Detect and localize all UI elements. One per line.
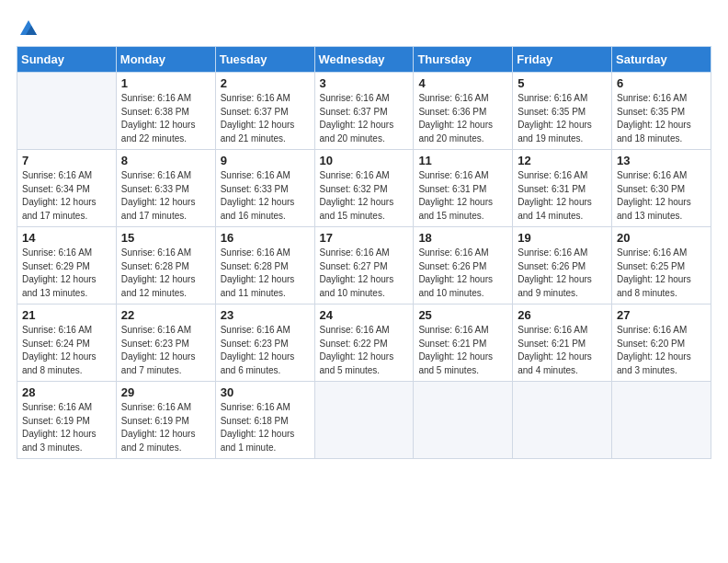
header-cell-monday: Monday [116, 47, 215, 73]
day-cell [513, 382, 612, 459]
day-number: 29 [121, 385, 210, 399]
header-cell-tuesday: Tuesday [215, 47, 314, 73]
day-number: 15 [121, 231, 210, 245]
day-number: 9 [221, 154, 310, 167]
day-cell: 8Sunrise: 6:16 AMSunset: 6:33 PMDaylight… [116, 150, 215, 227]
day-cell: 20Sunrise: 6:16 AMSunset: 6:25 PMDayligh… [612, 227, 711, 304]
week-row-0: 1Sunrise: 6:16 AMSunset: 6:38 PMDaylight… [17, 73, 711, 150]
day-cell: 26Sunrise: 6:16 AMSunset: 6:21 PMDayligh… [513, 304, 612, 382]
day-info: Sunrise: 6:16 AMSunset: 6:36 PMDaylight:… [418, 92, 507, 145]
day-cell [314, 382, 414, 459]
day-info: Sunrise: 6:16 AMSunset: 6:35 PMDaylight:… [518, 92, 607, 145]
day-info: Sunrise: 6:16 AMSunset: 6:33 PMDaylight:… [221, 169, 310, 223]
day-cell: 25Sunrise: 6:16 AMSunset: 6:21 PMDayligh… [414, 304, 513, 382]
day-number: 13 [617, 154, 706, 167]
day-number: 6 [617, 76, 706, 90]
logo-icon [18, 18, 39, 39]
day-number: 25 [418, 308, 507, 322]
day-number: 27 [617, 308, 706, 322]
day-cell: 27Sunrise: 6:16 AMSunset: 6:20 PMDayligh… [612, 304, 711, 382]
day-number: 22 [121, 308, 210, 322]
day-number: 11 [418, 154, 507, 167]
day-info: Sunrise: 6:16 AMSunset: 6:23 PMDaylight:… [121, 324, 210, 377]
day-cell: 21Sunrise: 6:16 AMSunset: 6:24 PMDayligh… [17, 304, 117, 382]
day-info: Sunrise: 6:16 AMSunset: 6:20 PMDaylight:… [617, 324, 706, 377]
header-cell-friday: Friday [513, 47, 612, 73]
day-info: Sunrise: 6:16 AMSunset: 6:29 PMDaylight:… [22, 247, 111, 300]
calendar-table: SundayMondayTuesdayWednesdayThursdayFrid… [17, 46, 711, 459]
day-number: 4 [418, 76, 507, 90]
header-cell-thursday: Thursday [414, 47, 513, 73]
day-cell: 22Sunrise: 6:16 AMSunset: 6:23 PMDayligh… [116, 304, 215, 382]
day-number: 17 [320, 231, 409, 245]
day-number: 21 [22, 308, 111, 322]
day-cell: 11Sunrise: 6:16 AMSunset: 6:31 PMDayligh… [414, 150, 513, 227]
day-cell: 5Sunrise: 6:16 AMSunset: 6:35 PMDaylight… [513, 73, 612, 150]
day-number: 12 [518, 154, 607, 167]
day-number: 23 [221, 308, 310, 322]
day-cell: 28Sunrise: 6:16 AMSunset: 6:19 PMDayligh… [17, 382, 117, 459]
day-number: 10 [320, 154, 409, 167]
day-cell: 12Sunrise: 6:16 AMSunset: 6:31 PMDayligh… [513, 150, 612, 227]
day-number: 24 [320, 308, 409, 322]
day-info: Sunrise: 6:16 AMSunset: 6:21 PMDaylight:… [518, 324, 607, 377]
header-row: SundayMondayTuesdayWednesdayThursdayFrid… [17, 47, 711, 73]
week-row-1: 7Sunrise: 6:16 AMSunset: 6:34 PMDaylight… [17, 150, 711, 227]
day-info: Sunrise: 6:16 AMSunset: 6:23 PMDaylight:… [221, 324, 310, 377]
day-info: Sunrise: 6:16 AMSunset: 6:27 PMDaylight:… [320, 247, 409, 300]
week-row-2: 14Sunrise: 6:16 AMSunset: 6:29 PMDayligh… [17, 227, 711, 304]
day-cell: 15Sunrise: 6:16 AMSunset: 6:28 PMDayligh… [116, 227, 215, 304]
day-info: Sunrise: 6:16 AMSunset: 6:18 PMDaylight:… [221, 401, 310, 454]
week-row-3: 21Sunrise: 6:16 AMSunset: 6:24 PMDayligh… [17, 304, 711, 382]
day-number: 19 [518, 231, 607, 245]
day-cell: 2Sunrise: 6:16 AMSunset: 6:37 PMDaylight… [215, 73, 314, 150]
day-cell: 17Sunrise: 6:16 AMSunset: 6:27 PMDayligh… [314, 227, 414, 304]
day-info: Sunrise: 6:16 AMSunset: 6:26 PMDaylight:… [518, 247, 607, 300]
header-cell-wednesday: Wednesday [314, 47, 414, 73]
day-number: 7 [22, 154, 111, 167]
day-cell: 29Sunrise: 6:16 AMSunset: 6:19 PMDayligh… [116, 382, 215, 459]
day-info: Sunrise: 6:16 AMSunset: 6:28 PMDaylight:… [121, 247, 210, 300]
day-info: Sunrise: 6:16 AMSunset: 6:38 PMDaylight:… [121, 92, 210, 145]
day-info: Sunrise: 6:16 AMSunset: 6:37 PMDaylight:… [221, 92, 310, 145]
day-cell: 13Sunrise: 6:16 AMSunset: 6:30 PMDayligh… [612, 150, 711, 227]
day-info: Sunrise: 6:16 AMSunset: 6:26 PMDaylight:… [418, 247, 507, 300]
page: SundayMondayTuesdayWednesdayThursdayFrid… [0, 0, 728, 563]
day-info: Sunrise: 6:16 AMSunset: 6:32 PMDaylight:… [320, 169, 409, 223]
day-number: 8 [121, 154, 210, 167]
day-number: 2 [221, 76, 310, 90]
day-cell: 10Sunrise: 6:16 AMSunset: 6:32 PMDayligh… [314, 150, 414, 227]
day-cell: 4Sunrise: 6:16 AMSunset: 6:36 PMDaylight… [414, 73, 513, 150]
day-number: 18 [418, 231, 507, 245]
day-info: Sunrise: 6:16 AMSunset: 6:30 PMDaylight:… [617, 169, 706, 223]
day-number: 20 [617, 231, 706, 245]
day-cell: 23Sunrise: 6:16 AMSunset: 6:23 PMDayligh… [215, 304, 314, 382]
week-row-4: 28Sunrise: 6:16 AMSunset: 6:19 PMDayligh… [17, 382, 711, 459]
day-number: 30 [221, 385, 310, 399]
day-cell [612, 382, 711, 459]
day-cell: 6Sunrise: 6:16 AMSunset: 6:35 PMDaylight… [612, 73, 711, 150]
header [17, 17, 711, 35]
day-info: Sunrise: 6:16 AMSunset: 6:31 PMDaylight:… [418, 169, 507, 223]
day-number: 5 [518, 76, 607, 90]
day-cell: 7Sunrise: 6:16 AMSunset: 6:34 PMDaylight… [17, 150, 117, 227]
day-info: Sunrise: 6:16 AMSunset: 6:34 PMDaylight:… [22, 169, 111, 223]
day-info: Sunrise: 6:16 AMSunset: 6:24 PMDaylight:… [22, 324, 111, 377]
day-info: Sunrise: 6:16 AMSunset: 6:31 PMDaylight:… [518, 169, 607, 223]
day-info: Sunrise: 6:16 AMSunset: 6:19 PMDaylight:… [22, 401, 111, 454]
day-info: Sunrise: 6:16 AMSunset: 6:21 PMDaylight:… [418, 324, 507, 377]
logo [17, 17, 39, 35]
day-info: Sunrise: 6:16 AMSunset: 6:25 PMDaylight:… [617, 247, 706, 300]
day-info: Sunrise: 6:16 AMSunset: 6:28 PMDaylight:… [221, 247, 310, 300]
day-cell [17, 73, 117, 150]
day-cell: 24Sunrise: 6:16 AMSunset: 6:22 PMDayligh… [314, 304, 414, 382]
day-info: Sunrise: 6:16 AMSunset: 6:37 PMDaylight:… [320, 92, 409, 145]
day-number: 3 [320, 76, 409, 90]
day-cell: 19Sunrise: 6:16 AMSunset: 6:26 PMDayligh… [513, 227, 612, 304]
day-info: Sunrise: 6:16 AMSunset: 6:33 PMDaylight:… [121, 169, 210, 223]
day-cell: 3Sunrise: 6:16 AMSunset: 6:37 PMDaylight… [314, 73, 414, 150]
day-number: 26 [518, 308, 607, 322]
day-info: Sunrise: 6:16 AMSunset: 6:22 PMDaylight:… [320, 324, 409, 377]
day-number: 28 [22, 385, 111, 399]
day-info: Sunrise: 6:16 AMSunset: 6:19 PMDaylight:… [121, 401, 210, 454]
